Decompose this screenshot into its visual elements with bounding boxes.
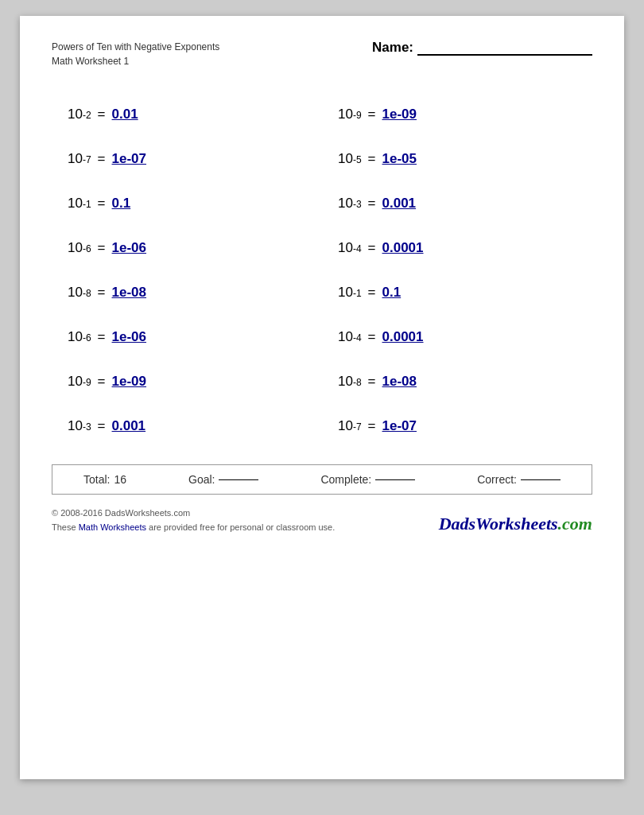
problem-answer: 1e-07 (112, 151, 146, 167)
problem-answer: 1e-08 (382, 374, 417, 390)
problem-answer: 1e-08 (112, 285, 146, 301)
problem-item: 10-6 = 1e-06 (52, 226, 322, 270)
problem-exp: -6 (83, 243, 91, 254)
problem-equals: = (368, 329, 376, 345)
problem-item: 10-3 = 0.001 (322, 181, 592, 226)
problem-answer: 1e-09 (112, 374, 146, 390)
problem-item: 10-7 = 1e-07 (322, 404, 592, 448)
problem-equals: = (368, 196, 376, 212)
copyright-line1: © 2008-2016 DadsWorksheets.com (52, 506, 335, 521)
problem-equals: = (98, 285, 106, 301)
problem-base: 10 (338, 151, 353, 167)
problem-item: 10-6 = 1e-06 (52, 315, 322, 359)
problem-item: 10-5 = 1e-05 (322, 137, 592, 181)
problem-base: 10 (68, 107, 83, 122)
problem-base: 10 (338, 374, 353, 390)
problem-exp: -9 (83, 377, 91, 388)
problem-exp: -3 (83, 421, 91, 433)
copyright-section: © 2008-2016 DadsWorksheets.com These Mat… (52, 506, 592, 534)
problem-exp: -3 (353, 199, 362, 210)
problem-item: 10-4 = 0.0001 (322, 226, 592, 270)
problem-base: 10 (338, 196, 353, 212)
copyright-line2-end: are provided free for personal or classr… (146, 522, 335, 532)
worksheet-title-line2: Math Worksheet 1 (52, 54, 219, 68)
page-header: Powers of Ten with Negative Exponents Ma… (52, 40, 592, 68)
complete-blank (375, 479, 415, 480)
problem-exp: -1 (353, 288, 362, 299)
name-field: Name: (372, 40, 592, 56)
problem-item: 10-3 = 0.001 (52, 404, 322, 448)
copyright-line2: These Math Worksheets are provided free … (52, 521, 335, 535)
problem-base: 10 (338, 285, 353, 301)
problem-equals: = (98, 151, 106, 167)
problem-item: 10-4 = 0.0001 (322, 315, 592, 359)
problem-exp: -4 (353, 332, 362, 343)
correct-label: Correct: (477, 473, 517, 486)
problem-base: 10 (68, 329, 83, 345)
complete-label: Complete: (320, 473, 371, 486)
problem-equals: = (368, 240, 376, 256)
problem-base: 10 (68, 418, 83, 434)
problem-base: 10 (338, 240, 353, 256)
problem-exp: -6 (83, 332, 91, 343)
problem-answer: 0.1 (382, 285, 402, 301)
goal-label: Goal: (188, 473, 215, 486)
problem-equals: = (98, 196, 106, 212)
problem-equals: = (98, 329, 106, 345)
problem-answer: 1e-05 (382, 151, 417, 167)
name-input-line (417, 40, 592, 56)
problem-answer: 1e-09 (382, 107, 417, 122)
problem-equals: = (368, 285, 376, 301)
problem-base: 10 (68, 240, 83, 256)
worksheet-title-line1: Powers of Ten with Negative Exponents (52, 40, 219, 54)
copyright-text: © 2008-2016 DadsWorksheets.com These Mat… (52, 506, 335, 534)
problem-equals: = (98, 374, 106, 390)
summary-footer: Total: 16 Goal: Complete: Correct: (52, 464, 592, 495)
brand-worksheets: Worksheets (475, 514, 558, 534)
problem-item: 10-8 = 1e-08 (322, 359, 592, 404)
problem-exp: -2 (83, 110, 91, 121)
problems-grid: 10-2 = 0.01 10-9 = 1e-09 10-7 = 1e-07 10… (52, 92, 592, 448)
problem-item: 10-8 = 1e-08 (52, 270, 322, 315)
correct-blank (521, 479, 561, 480)
problem-item: 10-9 = 1e-09 (322, 92, 592, 137)
problem-item: 10-9 = 1e-09 (52, 359, 322, 404)
problem-exp: -9 (353, 110, 362, 121)
problem-equals: = (98, 240, 106, 256)
problem-base: 10 (68, 196, 83, 212)
problem-base: 10 (338, 329, 353, 345)
problem-equals: = (368, 374, 376, 390)
problem-base: 10 (338, 418, 353, 434)
problem-exp: -7 (353, 421, 362, 433)
problem-equals: = (368, 151, 376, 167)
goal-item: Goal: (188, 473, 258, 486)
worksheet-page: Powers of Ten with Negative Exponents Ma… (20, 16, 624, 779)
complete-item: Complete: (320, 473, 415, 486)
brand-com: .com (558, 514, 592, 534)
problem-base: 10 (338, 107, 353, 122)
problem-item: 10-2 = 0.01 (52, 92, 322, 137)
problem-equals: = (368, 418, 376, 434)
goal-blank (219, 479, 258, 480)
problem-exp: -5 (353, 154, 362, 165)
problem-exp: -8 (353, 377, 362, 388)
header-left: Powers of Ten with Negative Exponents Ma… (52, 40, 219, 68)
problem-answer: 1e-06 (112, 240, 146, 256)
problem-answer: 1e-06 (112, 329, 146, 345)
problem-equals: = (98, 418, 106, 434)
problem-base: 10 (68, 374, 83, 390)
copyright-line2-start: These (52, 522, 79, 532)
problem-answer: 0.001 (112, 418, 146, 434)
problem-exp: -1 (83, 199, 91, 210)
brand-dads: Dads (439, 514, 475, 534)
problem-answer: 0.01 (112, 107, 138, 122)
math-worksheets-link[interactable]: Math Worksheets (79, 522, 146, 532)
problem-item: 10-7 = 1e-07 (52, 137, 322, 181)
total-item: Total: 16 (83, 473, 126, 486)
problem-item: 10-1 = 0.1 (322, 270, 592, 315)
name-label: Name: (372, 40, 413, 56)
problem-answer: 0.1 (112, 196, 131, 212)
problem-exp: -7 (83, 154, 91, 165)
problem-answer: 1e-07 (382, 418, 417, 434)
brand-logo: DadsWorksheets.com (439, 514, 592, 534)
